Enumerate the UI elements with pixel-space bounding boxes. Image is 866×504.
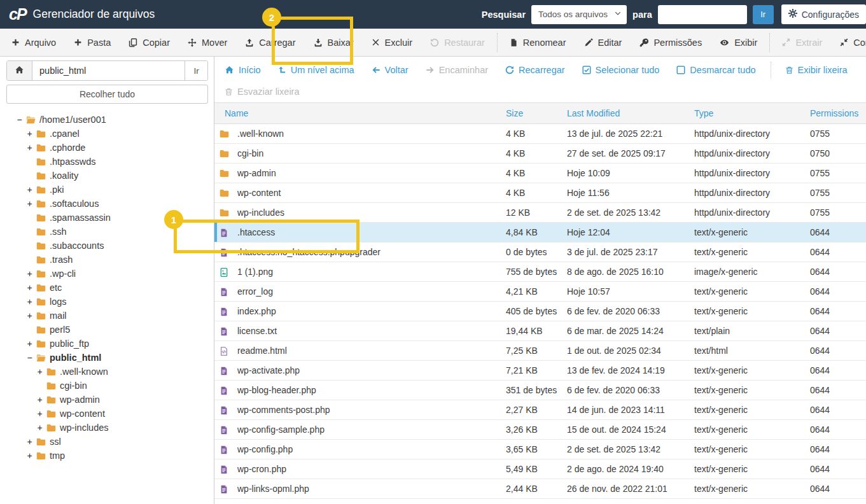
- tree-item-tmp[interactable]: +tmp: [6, 449, 208, 463]
- file-row-1-1-png[interactable]: 1 (1).png755 de bytes8 de ago. de 2025 1…: [214, 262, 866, 282]
- expand-toggle[interactable]: +: [36, 367, 44, 377]
- column-header-size[interactable]: Size: [506, 103, 567, 124]
- expand-toggle[interactable]: +: [25, 437, 34, 447]
- toolbar-button-excluir[interactable]: Excluir: [363, 29, 422, 56]
- tree-item-wp-admin[interactable]: +wp-admin: [6, 393, 208, 407]
- tree-item-subaccounts[interactable]: .subaccounts: [6, 239, 208, 253]
- expand-toggle[interactable]: +: [25, 297, 34, 307]
- tree-item-ssh[interactable]: .ssh: [6, 225, 208, 239]
- expand-toggle[interactable]: +: [25, 143, 34, 153]
- tree-item-trash[interactable]: .trash: [6, 253, 208, 267]
- tree-item-label: .cpanel: [50, 129, 80, 139]
- file-row-wp-comments-post-php[interactable]: wp-comments-post.php2,27 KB14 de jun. de…: [214, 400, 866, 420]
- column-header-type[interactable]: Type: [694, 103, 810, 124]
- expand-toggle[interactable]: −: [15, 115, 24, 125]
- file-row-wp-config-php[interactable]: wp-config.php3,65 KB2 de set. de 2025 13…: [214, 440, 866, 459]
- tree-item-wp-cli[interactable]: +.wp-cli: [6, 267, 208, 281]
- tree-item-cpanel[interactable]: +.cpanel: [6, 127, 208, 141]
- tree-item-cgi-bin[interactable]: cgi-bin: [6, 379, 208, 393]
- toolbar-button-editar[interactable]: Editar: [575, 29, 631, 56]
- toolbar-button-baixar[interactable]: Baixar: [305, 29, 363, 56]
- search-go-button[interactable]: Ir: [753, 5, 774, 24]
- tree-item-wp-includes[interactable]: +wp-includes: [6, 421, 208, 435]
- file-row-wp-activate-php[interactable]: wp-activate.php7,21 KB13 de fev. de 2024…: [214, 361, 866, 381]
- tree-item-koality[interactable]: .koality: [6, 169, 208, 183]
- nav-link-inicio[interactable]: Início: [225, 65, 261, 75]
- nav-link-exibir-lixeira[interactable]: Exibir lixeira: [785, 65, 848, 75]
- toolbar-button-extrair[interactable]: Extrair: [773, 29, 831, 56]
- expand-toggle[interactable]: +: [25, 199, 34, 209]
- toolbar-button-compactar[interactable]: Compactar: [831, 29, 866, 56]
- tree-item-htpasswds[interactable]: .htpasswds: [6, 155, 208, 169]
- file-row-error-log[interactable]: error_log4,21 KBHoje 10:57text/x-generic…: [214, 282, 866, 302]
- file-size: 4 KB: [506, 124, 567, 144]
- nav-link-label: Desmarcar tudo: [690, 65, 755, 75]
- tree-item-etc[interactable]: +etc: [6, 281, 208, 295]
- toolbar-button-renomear[interactable]: Renomear: [501, 29, 575, 56]
- path-go-button[interactable]: Ir: [185, 61, 207, 80]
- nav-link-selecionar-tudo[interactable]: Selecionar tudo: [582, 65, 660, 75]
- expand-toggle[interactable]: +: [25, 451, 34, 461]
- file-row-wp-content[interactable]: wp-content4 KBHoje 11:56httpd/unix-direc…: [214, 183, 866, 203]
- nav-link-recarregar[interactable]: Recarregar: [505, 65, 565, 75]
- expand-toggle[interactable]: +: [25, 129, 34, 139]
- expand-toggle[interactable]: +: [25, 283, 34, 293]
- expand-toggle[interactable]: +: [25, 269, 34, 279]
- tree-item-perl5[interactable]: perl5: [6, 323, 208, 337]
- column-header-name[interactable]: Name: [214, 103, 506, 124]
- path-input[interactable]: [32, 61, 185, 80]
- expand-toggle[interactable]: +: [25, 185, 34, 195]
- column-header-last-modified[interactable]: Last Modified: [567, 103, 694, 124]
- tree-item-wp-content[interactable]: +wp-content: [6, 407, 208, 421]
- file-row-htaccess-no-htaccess-phpupgrader[interactable]: .htaccess.no_htaccess.phpupgrader0 de by…: [214, 242, 866, 262]
- toolbar-button-restaurar[interactable]: Restaurar: [421, 29, 494, 56]
- tree-item-softaculous[interactable]: +.softaculous: [6, 197, 208, 211]
- collapse-all-button[interactable]: Recolher tudo: [6, 85, 208, 104]
- expand-toggle[interactable]: −: [25, 353, 34, 363]
- toolbar-button-pasta[interactable]: Pasta: [65, 29, 120, 56]
- file-row-htaccess[interactable]: .htaccess4,84 KBHoje 12:04text/x-generic…: [214, 223, 866, 242]
- file-row-license-txt[interactable]: license.txt19,44 KB6 de mar. de 2025 14:…: [214, 321, 866, 341]
- nav-link-desmarcar-tudo[interactable]: Desmarcar tudo: [676, 65, 755, 75]
- tree-item-well-known[interactable]: +.well-known: [6, 365, 208, 379]
- file-row-well-known[interactable]: .well-known4 KB13 de jul. de 2025 22:21h…: [214, 124, 866, 144]
- tree-item-cphorde[interactable]: +.cphorde: [6, 141, 208, 155]
- file-row-index-php[interactable]: index.php405 de bytes6 de fev. de 2020 0…: [214, 302, 866, 321]
- tree-item-public-ftp[interactable]: +public_ftp: [6, 337, 208, 351]
- tree-item-pki[interactable]: +.pki: [6, 183, 208, 197]
- file-row-wp-includes[interactable]: wp-includes12 KB2 de set. de 2025 13:42h…: [214, 203, 866, 223]
- home-button[interactable]: [7, 61, 32, 80]
- nav-link-encaminhar[interactable]: Encaminhar: [426, 65, 488, 75]
- expand-toggle[interactable]: +: [36, 409, 44, 419]
- expand-toggle[interactable]: +: [25, 339, 34, 349]
- file-row-wp-config-sample-php[interactable]: wp-config-sample.php3,26 KB15 de out. de…: [214, 420, 866, 440]
- search-input[interactable]: [658, 5, 747, 24]
- tree-item-home1-user001[interactable]: −/home1/user001: [6, 113, 208, 127]
- file-row-wp-links-opml-php[interactable]: wp-links-opml.php2,44 KB26 de nov. de 20…: [214, 479, 866, 499]
- file-row-wp-cron-php[interactable]: wp-cron.php5,49 KB2 de ago. de 2024 19:4…: [214, 459, 866, 479]
- nav-link-esvaziar-lixeira[interactable]: Esvaziar lixeira: [225, 87, 300, 97]
- tree-item-mail[interactable]: +mail: [6, 309, 208, 323]
- file-row-wp-blog-header-php[interactable]: wp-blog-header.php351 de bytes6 de fev. …: [214, 381, 866, 400]
- column-header-permissions[interactable]: Permissions: [810, 103, 866, 124]
- toolbar-button-exibir[interactable]: Exibir: [711, 29, 766, 56]
- settings-button[interactable]: Configurações: [781, 4, 866, 24]
- toolbar-button-carregar[interactable]: Carregar: [236, 29, 304, 56]
- toolbar-button-arquivo[interactable]: Arquivo: [3, 29, 65, 56]
- toolbar-button-copiar[interactable]: Copiar: [120, 29, 179, 56]
- file-row-cgi-bin[interactable]: cgi-bin4 KB27 de set. de 2025 09:17httpd…: [214, 144, 866, 164]
- file-row-wp-admin[interactable]: wp-admin4 KBHoje 10:09httpd/unix-directo…: [214, 164, 866, 183]
- expand-toggle[interactable]: +: [25, 311, 34, 321]
- expand-toggle[interactable]: +: [36, 423, 44, 433]
- toolbar-button-mover[interactable]: Mover: [179, 29, 236, 56]
- nav-link-voltar[interactable]: Voltar: [372, 65, 409, 75]
- toolbar-button-permissoes[interactable]: Permissões: [631, 29, 711, 56]
- file-row-readme-html[interactable]: readme.html7,25 KB1 de out. de 2025 02:3…: [214, 341, 866, 361]
- expand-toggle[interactable]: +: [36, 395, 44, 405]
- tree-item-spamassassin[interactable]: .spamassassin: [6, 211, 208, 225]
- tree-item-ssl[interactable]: +ssl: [6, 435, 208, 449]
- search-scope-select[interactable]: Todos os arquivos: [531, 5, 627, 24]
- nav-link-um-nivel-acima[interactable]: Um nível acima: [278, 65, 354, 75]
- tree-item-public-html[interactable]: −public_html: [6, 351, 208, 365]
- tree-item-logs[interactable]: +logs: [6, 295, 208, 309]
